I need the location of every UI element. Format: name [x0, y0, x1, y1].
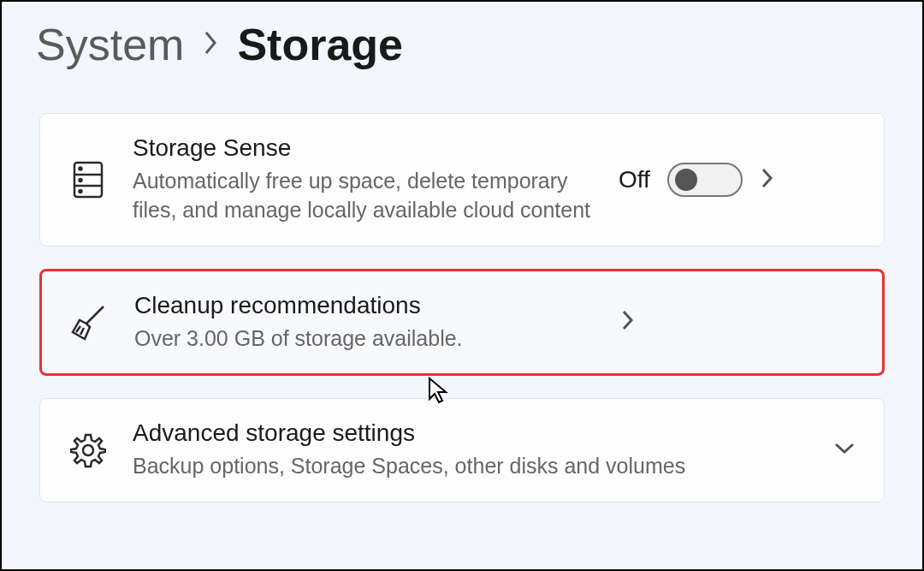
gear-icon: [68, 430, 109, 471]
broom-icon: [69, 301, 110, 342]
card-text: Advanced storage settings Backup options…: [133, 419, 808, 481]
drive-icon: [68, 159, 109, 200]
advanced-storage-settings-card[interactable]: Advanced storage settings Backup options…: [39, 398, 885, 503]
chevron-right-icon: [760, 166, 775, 193]
storage-sense-toggle[interactable]: [667, 163, 743, 197]
toggle-knob: [675, 169, 697, 191]
svg-line-6: [86, 306, 104, 324]
svg-line-8: [80, 328, 84, 335]
svg-point-5: [80, 190, 82, 193]
card-controls: [620, 308, 636, 336]
svg-point-9: [83, 445, 93, 455]
chevron-right-icon: [201, 29, 220, 60]
card-title: Advanced storage settings: [133, 419, 808, 447]
card-controls: [832, 441, 856, 460]
card-list: Storage Sense Automatically free up spac…: [2, 113, 922, 503]
breadcrumb-current: Storage: [237, 19, 403, 70]
cleanup-recommendations-card[interactable]: Cleanup recommendations Over 3.00 GB of …: [39, 269, 885, 377]
breadcrumb-parent[interactable]: System: [36, 19, 184, 70]
card-controls: Off: [619, 163, 775, 197]
card-text: Storage Sense Automatically free up spac…: [133, 134, 595, 225]
chevron-right-icon: [620, 308, 636, 336]
svg-point-3: [80, 167, 82, 170]
card-subtitle: Automatically free up space, delete temp…: [133, 167, 595, 225]
chevron-down-icon: [832, 441, 856, 460]
card-title: Cleanup recommendations: [134, 292, 596, 319]
breadcrumb: System Storage: [2, 2, 922, 96]
toggle-state-label: Off: [619, 166, 650, 193]
card-text: Cleanup recommendations Over 3.00 GB of …: [134, 292, 596, 354]
card-subtitle: Backup options, Storage Spaces, other di…: [133, 452, 808, 481]
card-title: Storage Sense: [133, 134, 595, 162]
card-subtitle: Over 3.00 GB of storage available.: [134, 324, 596, 354]
svg-point-4: [80, 179, 82, 181]
storage-sense-card[interactable]: Storage Sense Automatically free up spac…: [39, 113, 885, 247]
